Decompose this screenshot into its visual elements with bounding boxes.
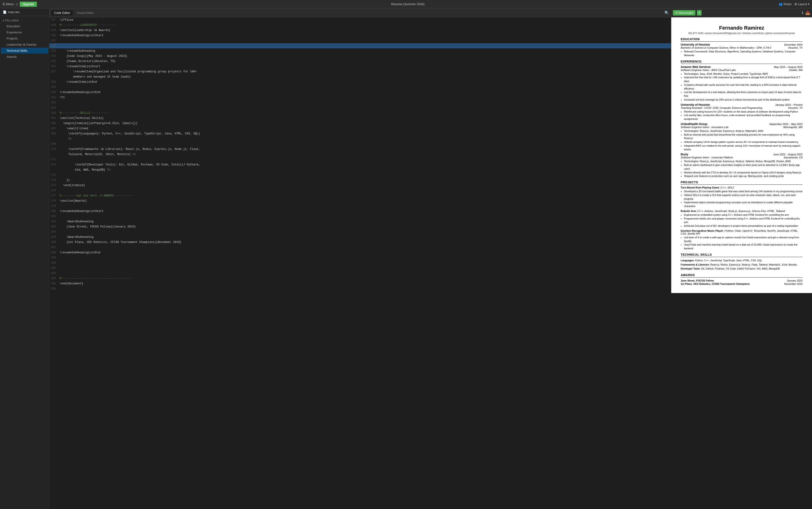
sidebar-item-leadership----awards[interactable]: Leadership \& Awards [1, 42, 48, 47]
line-number: 254 [49, 54, 59, 59]
line-content: Tailwind, MaterialUI, JUnit, Mockito} \\ [59, 152, 671, 157]
sidebar: 📄 main.tex ▾ File outline EducationExper… [0, 8, 49, 509]
sidebar-file[interactable]: 📄 main.tex [0, 8, 49, 16]
code-line[interactable]: 284 [49, 229, 671, 235]
tab-code-editor[interactable]: Code Editor [51, 10, 73, 15]
code-line[interactable]: 277%---------kat was here :3-AWARDS-----… [49, 193, 671, 198]
skills-languages: Languages: Python, C++, JavaScript, Type… [681, 259, 803, 263]
file-icon: 📄 [3, 10, 7, 14]
code-line[interactable]: 252 [49, 43, 671, 48]
code-line[interactable]: 275 \end{itemize} [49, 183, 671, 188]
code-line[interactable]: 257 \resumeItem{Organized and facilitate… [49, 69, 671, 74]
home-button[interactable]: ⌂ [16, 2, 18, 6]
line-content: }} [59, 178, 671, 182]
line-number: 265 [49, 116, 59, 121]
code-line[interactable]: 267 \small{\item{ [49, 126, 671, 131]
file-outline-header[interactable]: ▾ File outline [0, 18, 49, 23]
line-number: 248 [49, 23, 59, 28]
recompile-button[interactable]: ↺ Recompile [673, 10, 696, 15]
code-line[interactable]: 248%-----------LEADERSHIP----------- [49, 23, 671, 28]
code-line[interactable]: \\ [49, 136, 671, 141]
bullet-item: Shipped core features to production such… [684, 174, 803, 178]
download-icon-button[interactable]: ⬇ [801, 10, 804, 15]
code-line[interactable]: 265\section{Technical Skills} [49, 115, 671, 121]
code-line[interactable]: 279 [49, 204, 671, 209]
tab-visual-editor[interactable]: Visual Editor [74, 10, 97, 15]
line-content: \resumeSubHeadingListEnd [59, 90, 671, 95]
code-line[interactable]: 256 \resumeItemListStart [49, 64, 671, 69]
code-line[interactable]: 260\resumeSubHeadingListEnd [49, 90, 671, 95]
share-preview-button[interactable]: 📤 [805, 10, 810, 15]
code-line[interactable]: 273 [49, 172, 671, 178]
code-line[interactable]: 271 [49, 157, 671, 162]
code-line[interactable]: 280\resumeSubHeadingListStart [49, 209, 671, 214]
code-line[interactable]: 247\iffalse [49, 18, 671, 23]
code-line[interactable]: 287 [49, 245, 671, 250]
bullet-item: Built an internal web portal that stream… [684, 133, 803, 140]
code-line[interactable]: 254 {Code Coogs}{May 2023 - August 2023} [49, 54, 671, 59]
code-line[interactable]: 253 \resumeSubheading [49, 48, 671, 54]
code-line[interactable]: 249\section{Leadership \& Awards} [49, 28, 671, 33]
sidebar-item-technical-skills[interactable]: Technical Skills [1, 48, 48, 54]
share-button[interactable]: 👥 Share [779, 2, 791, 6]
code-line[interactable]: 289 [49, 255, 671, 260]
code-line[interactable]: 278\section{Awards} [49, 198, 671, 204]
section-awards: Awards [681, 273, 803, 277]
code-line[interactable]: Tailwind, MaterialUI, JUnit, Mockito} \\ [49, 152, 671, 157]
code-line[interactable]: 282 \AwardSubheading [49, 219, 671, 224]
code-line[interactable]: 255 {Teams Director}{Houston, TX} [49, 59, 671, 64]
code-line[interactable]: 262 [49, 100, 671, 105]
code-line[interactable]: 281 [49, 214, 671, 219]
code-line[interactable]: 285 \AwardSubheading [49, 235, 671, 240]
menu-button[interactable]: ☰ Menu [2, 2, 14, 6]
code-line[interactable]: 264%-----------SKILLS----------- [49, 110, 671, 115]
recompile-dropdown[interactable]: ▾ [697, 10, 702, 15]
sidebar-item-awards[interactable]: Awards [1, 54, 48, 60]
code-line[interactable]: 274 }} [49, 178, 671, 183]
line-number: 258 [49, 80, 59, 84]
app-title: Resume (Summer 2024) [391, 2, 424, 6]
exp-org: Buzly [681, 153, 688, 156]
upgrade-button[interactable]: Upgrade [20, 2, 37, 7]
sidebar-item-projects[interactable]: Projects [1, 35, 48, 41]
editor-toolbar-right: 🔍 [665, 10, 669, 15]
exp-location: Sacramento, CA [784, 156, 803, 159]
line-number: 250 [49, 33, 59, 38]
code-line[interactable]: 283 {Jane Street, FOCUS Fellow}{January … [49, 224, 671, 229]
code-line[interactable]: members and managed 15 team leads} [49, 74, 671, 79]
line-number: 273 [49, 173, 59, 177]
code-line[interactable]: 251 [49, 38, 671, 43]
search-button[interactable]: 🔍 [665, 10, 669, 15]
code-line[interactable]: 266 \begin{itemize}[leftmargin=0.15in, l… [49, 121, 671, 126]
code-line[interactable]: 268 \textbf{Languages}: Python, C++, Jav… [49, 131, 671, 136]
layout-button[interactable]: ⊞ Layout ▾ [795, 2, 810, 6]
code-line[interactable]: 295 [49, 286, 671, 292]
project-entry: Robotic Arm | C++, Arduino, JavaScript, … [681, 210, 803, 228]
code-line[interactable]: Vim, AWS, MongoDB} \\ [49, 167, 671, 172]
code-line[interactable]: 263 [49, 105, 671, 110]
code-line[interactable]: 290 [49, 260, 671, 266]
code-line[interactable]: 292 [49, 271, 671, 276]
code-line[interactable]: 291 [49, 266, 671, 271]
chevron-down-icon: ▾ [808, 2, 810, 6]
code-editor[interactable]: 247\iffalse248%-----------LEADERSHIP----… [49, 18, 671, 509]
line-content: members and managed 15 team leads} [59, 74, 671, 79]
code-line[interactable]: 261\fi [49, 95, 671, 100]
file-outline: ▾ File outline EducationExperienceProjec… [0, 16, 49, 62]
code-line[interactable]: 272 \textbf{Developer Tools}: Git, GitHu… [49, 162, 671, 167]
line-number: 260 [49, 90, 59, 95]
code-line[interactable]: 250\resumeSubHeadingListStart [49, 33, 671, 38]
code-line[interactable]: 258 \resumeItemListEnd [49, 79, 671, 84]
code-line[interactable]: 259 [49, 84, 671, 90]
bullet-item: Used Flask and machine learning model ba… [684, 243, 803, 250]
sidebar-item-experience[interactable]: Experience [1, 29, 48, 35]
code-line[interactable]: 286 {1st Place, VEX Robotics, CFISD Tour… [49, 240, 671, 245]
editor-tabs: Code Editor Visual Editor 🔍 [49, 8, 671, 18]
code-line[interactable]: 293%------------------------------------… [49, 276, 671, 281]
code-line[interactable]: 269 [49, 141, 671, 147]
code-line[interactable]: 288\resumeSubHeadingListEnd [49, 250, 671, 255]
code-line[interactable]: 276 [49, 188, 671, 193]
sidebar-item-education[interactable]: Education [1, 23, 48, 29]
code-line[interactable]: 270 \textbf{Frameworks \& Libraries}: Re… [49, 147, 671, 152]
code-line[interactable]: 294\end{document} [49, 281, 671, 286]
